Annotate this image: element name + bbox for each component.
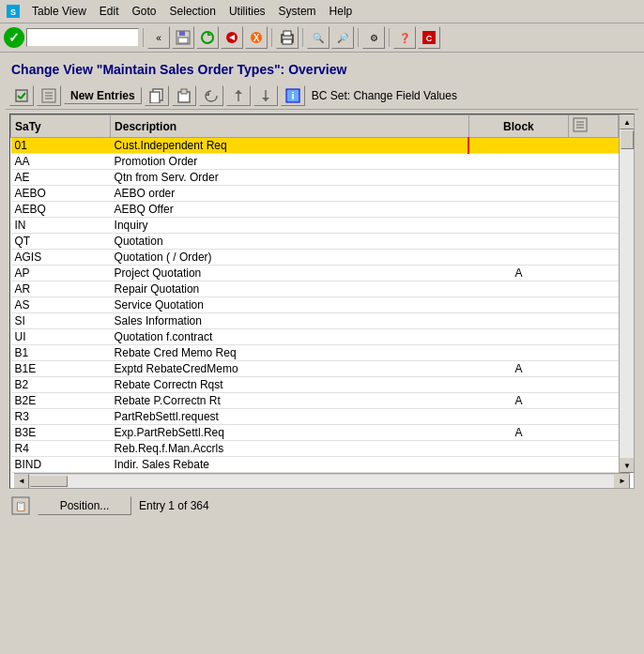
- help-btn[interactable]: ❓: [393, 26, 416, 49]
- table-row[interactable]: AGISQuotation ( / Order): [11, 250, 619, 266]
- menu-utilities[interactable]: Utilities: [223, 3, 271, 20]
- cell-saty: B1E: [11, 361, 111, 377]
- cell-icon: [568, 281, 618, 297]
- main-toolbar: ✓ « X 🔍 🔎 ⚙ ❓ C: [0, 23, 644, 53]
- cell-block: [468, 297, 568, 313]
- scroll-thumb-h[interactable]: [30, 476, 68, 487]
- cell-saty: AEBO: [11, 186, 111, 202]
- svg-rect-24: [150, 92, 160, 103]
- cell-saty: B2: [11, 377, 111, 393]
- new-entries-btn[interactable]: New Entries: [64, 87, 142, 104]
- save-btn[interactable]: [172, 26, 194, 49]
- table-row[interactable]: SISales Information: [11, 313, 619, 329]
- menu-goto[interactable]: Goto: [127, 3, 162, 20]
- cell-icon: [568, 377, 618, 393]
- table-row[interactable]: B2Rebate Correctn Rqst: [11, 377, 619, 393]
- cell-saty: AEBQ: [11, 202, 111, 218]
- print-btn[interactable]: [276, 26, 299, 49]
- table-row[interactable]: UIQuotation f.contract: [11, 329, 619, 345]
- svg-rect-26: [181, 89, 187, 94]
- find-next-btn[interactable]: 🔎: [331, 26, 354, 49]
- bc-set-label: BC Set: Change Field Values: [312, 89, 457, 102]
- cell-block: [468, 138, 568, 154]
- find-btn[interactable]: 🔍: [307, 26, 330, 49]
- svg-rect-13: [283, 39, 292, 44]
- table-row[interactable]: R3PartRebSettl.request: [11, 409, 619, 425]
- select-all-btn[interactable]: [9, 85, 34, 106]
- undo-btn[interactable]: [199, 85, 223, 106]
- table-row[interactable]: AAPromotion Order: [11, 154, 619, 170]
- cell-block: [468, 186, 568, 202]
- table-row[interactable]: 01Cust.Independent Req: [11, 138, 619, 154]
- separator-5: [389, 28, 390, 47]
- action-toolbar: New Entries i BC Set: Change Field Value…: [6, 83, 638, 110]
- table-row[interactable]: B2ERebate P.Correctn RtA: [11, 393, 619, 409]
- cell-block: [468, 457, 568, 473]
- customize-btn[interactable]: C: [418, 26, 440, 49]
- position-btn[interactable]: Position...: [38, 496, 131, 515]
- cell-block: [468, 377, 568, 393]
- svg-text:i: i: [291, 90, 294, 101]
- data-table: SaTy Description Block 01Cust.Independen…: [10, 114, 619, 473]
- table-row[interactable]: ARRepair Quotation: [11, 281, 619, 297]
- scroll-up-btn[interactable]: ▲: [620, 114, 635, 129]
- paste-btn[interactable]: [172, 85, 196, 106]
- col-header-icon: [568, 115, 618, 138]
- cell-icon: [568, 297, 618, 313]
- scroll-right-btn[interactable]: ►: [615, 474, 630, 489]
- menu-system[interactable]: System: [273, 3, 322, 20]
- scroll-down-btn[interactable]: ▼: [620, 458, 635, 473]
- back-btn[interactable]: [221, 26, 243, 49]
- horizontal-scrollbar: ◄ ►: [14, 473, 630, 488]
- cell-saty: B3E: [11, 425, 111, 441]
- menu-tableview[interactable]: Table View: [26, 3, 92, 20]
- details-btn[interactable]: [37, 85, 61, 106]
- cell-icon: [568, 202, 618, 218]
- menu-edit[interactable]: Edit: [94, 3, 125, 20]
- table-row[interactable]: B1EExptd RebateCredMemoA: [11, 361, 619, 377]
- scroll-thumb[interactable]: [621, 130, 634, 149]
- menu-selection[interactable]: Selection: [164, 3, 222, 20]
- table-row[interactable]: BINDIndir. Sales Rebate: [11, 457, 619, 473]
- table-row[interactable]: APProject QuotationA: [11, 266, 619, 281]
- settings-btn[interactable]: ⚙: [362, 26, 385, 49]
- cell-block: [468, 234, 568, 250]
- table-row[interactable]: ASService Quotation: [11, 297, 619, 313]
- refresh-btn[interactable]: [196, 26, 219, 49]
- table-row[interactable]: AEBQAEBQ Offer: [11, 202, 619, 218]
- svg-text:S: S: [10, 8, 16, 17]
- svg-rect-12: [284, 31, 291, 36]
- table-row[interactable]: B3EExp.PartRebSettl.ReqA: [11, 425, 619, 441]
- separator-2: [271, 28, 272, 47]
- cell-icon: [568, 170, 618, 186]
- table-row[interactable]: INInquiry: [11, 218, 619, 234]
- exit-btn[interactable]: X: [245, 26, 268, 49]
- table-row[interactable]: AEQtn from Serv. Order: [11, 170, 619, 186]
- cell-description: Rebate Cred Memo Req: [111, 345, 469, 361]
- content-area: Change View "Maintain Sales Order Types"…: [0, 53, 644, 525]
- cell-description: Service Quotation: [111, 297, 469, 313]
- cell-icon: [568, 250, 618, 266]
- svg-rect-3: [179, 31, 185, 36]
- cell-description: Sales Information: [111, 313, 469, 329]
- cell-icon: [568, 409, 618, 425]
- separator-4: [358, 28, 359, 47]
- cell-description: Quotation ( / Order): [111, 250, 469, 266]
- table-row[interactable]: QTQuotation: [11, 234, 619, 250]
- table-row[interactable]: R4Reb.Req.f.Man.Accrls: [11, 441, 619, 457]
- svg-text:X: X: [253, 33, 260, 43]
- copy-btn[interactable]: [145, 85, 169, 106]
- command-field[interactable]: [26, 28, 139, 47]
- table-row[interactable]: AEBOAEBO order: [11, 186, 619, 202]
- table-row[interactable]: B1Rebate Cred Memo Req: [11, 345, 619, 361]
- info-btn[interactable]: i: [281, 85, 305, 106]
- move-up-btn[interactable]: [226, 85, 251, 106]
- move-down-btn[interactable]: [253, 85, 278, 106]
- confirm-icon[interactable]: ✓: [4, 27, 24, 48]
- menu-help[interactable]: Help: [324, 3, 359, 20]
- svg-marker-31: [262, 98, 269, 101]
- cell-description: AEBQ Offer: [111, 202, 469, 218]
- scroll-left-btn[interactable]: ◄: [14, 474, 29, 489]
- cell-icon: [568, 329, 618, 345]
- nav-prev-prev-btn[interactable]: «: [147, 26, 170, 49]
